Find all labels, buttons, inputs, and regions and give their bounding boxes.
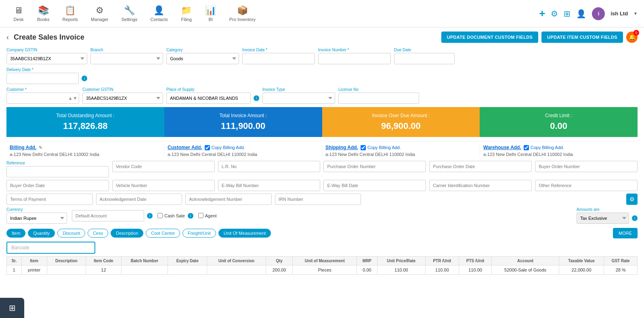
terms-input[interactable]	[6, 194, 93, 205]
invoice-type-select[interactable]	[262, 93, 335, 104]
billing-edit-icon[interactable]: ✎	[39, 145, 42, 150]
place-of-supply-select[interactable]: ANDAMAN & NICOBAR ISLANDS	[166, 93, 251, 104]
overdue-label: Invoice Over Due Amount :	[329, 113, 474, 118]
toggle-cess[interactable]: Cess	[88, 229, 108, 238]
more-button[interactable]: MORE	[613, 228, 638, 238]
due-date-input[interactable]	[394, 53, 455, 64]
category-select[interactable]: Goods	[166, 53, 239, 64]
table-cell[interactable]: 110.00	[377, 265, 426, 275]
invoice-date-input[interactable]: 26/10/2021	[242, 53, 315, 64]
toggle-cost-centre[interactable]: Cost Centre	[146, 229, 180, 238]
table-cell[interactable]: 110.00	[459, 265, 492, 275]
purchase-order-date-input[interactable]	[429, 161, 532, 172]
vendor-code-input[interactable]	[112, 161, 215, 172]
update-item-button[interactable]: UPDATE ITEM CUSTOM FIELDS	[541, 32, 623, 43]
ref-section-1: Reference 10	[6, 161, 638, 177]
license-no-input[interactable]	[338, 93, 419, 104]
table-cell[interactable]	[207, 265, 266, 275]
buyer-order-date-field	[6, 180, 109, 191]
company-gstin-select[interactable]: 35AABCS1429B1ZX	[6, 53, 87, 64]
credit-limit-label: Credit Limit :	[486, 113, 631, 118]
default-account-input[interactable]	[72, 210, 144, 221]
delivery-date-input[interactable]	[6, 73, 79, 84]
toggle-discount[interactable]: Discount	[57, 229, 85, 238]
bottom-grid-icon[interactable]: ⊞	[9, 303, 16, 313]
currency-select[interactable]: Indian Rupee	[6, 213, 67, 224]
purchase-order-input[interactable]	[323, 161, 426, 172]
customer-copy-billing-check[interactable]: Copy Billing Add.	[205, 145, 245, 150]
back-button[interactable]: ‹	[6, 33, 9, 42]
table-cell[interactable]: 110.00	[426, 265, 459, 275]
eway-bill-input[interactable]	[218, 180, 321, 191]
warehouse-add-link[interactable]: Warehouse Add.	[483, 145, 521, 150]
toggle-item[interactable]: Item	[6, 229, 25, 238]
nav-item-contacts[interactable]: 👤 Contacts	[144, 2, 174, 25]
table-cell[interactable]	[121, 265, 168, 275]
table-cell[interactable]	[47, 265, 86, 275]
nav-item-manager[interactable]: ⚙ Manager	[84, 2, 115, 25]
table-cell[interactable]: 1	[7, 265, 22, 275]
buyer-order-date-input[interactable]	[6, 180, 109, 191]
cash-sale-info-icon[interactable]: i	[188, 213, 193, 219]
table-cell[interactable]: 200.00	[266, 265, 292, 275]
table-cell[interactable]: 12	[86, 265, 121, 275]
customer-gstin-select[interactable]: 35AABCS1429B1ZX	[82, 93, 163, 104]
table-cell[interactable]: 0.00	[357, 265, 377, 275]
shipping-add-link[interactable]: Shipping Add.	[325, 145, 358, 150]
delivery-date-info-icon[interactable]: i	[82, 76, 87, 81]
reference-input[interactable]: 10	[6, 166, 109, 177]
nav-item-books[interactable]: 📚 Books	[31, 2, 56, 25]
toggle-unit-of-measurement[interactable]: Unit Of Measurement	[218, 229, 271, 238]
table-cell[interactable]: 22,000.00	[559, 265, 604, 275]
customer-add-link[interactable]: Customer Add.	[168, 145, 202, 150]
irn-input[interactable]	[275, 194, 361, 205]
acknowledgement-number-input[interactable]	[185, 194, 272, 205]
default-account-info-icon[interactable]: i	[147, 213, 153, 219]
warehouse-copy-billing-check[interactable]: Copy Billing Add.	[524, 145, 564, 150]
table-cell[interactable]: printer	[21, 265, 47, 275]
cash-sale-checkbox[interactable]	[157, 213, 163, 218]
shipping-copy-billing-check[interactable]: Copy Billing Add.	[361, 145, 401, 150]
toggle-quantity[interactable]: Quantity	[28, 229, 55, 238]
add-button[interactable]: +	[539, 7, 545, 20]
user-nav-icon[interactable]: 👤	[576, 9, 586, 19]
user-dropdown-arrow[interactable]: ▼	[634, 11, 638, 16]
amounts-are-info-icon[interactable]: i	[632, 215, 638, 221]
billing-add-link[interactable]: Billing Add.	[10, 145, 36, 150]
nav-item-pro-inventory[interactable]: 📦 Pro Inventory	[223, 2, 262, 25]
vehicle-number-input[interactable]	[112, 180, 215, 191]
nav-item-filing[interactable]: 📁 Filing	[174, 2, 199, 25]
nav-item-settings[interactable]: 🔧 Settings	[115, 2, 144, 25]
customer-gstin-label: Customer GSTIN	[82, 87, 163, 92]
items-table-container: Sr. Item Description Item Code Batch Num…	[6, 256, 638, 275]
grid-icon[interactable]: ⊞	[564, 9, 571, 19]
table-cell[interactable]: Pieces	[293, 265, 357, 275]
buyer-order-input[interactable]	[535, 161, 638, 172]
table-cell[interactable]: 52000-Sale of Goods	[492, 265, 559, 275]
notification-button[interactable]: 🔔 0	[626, 32, 638, 43]
barcode-input[interactable]	[6, 242, 95, 254]
update-doc-button[interactable]: UPDATE DOCUMENT CUSTOM FIELDS	[441, 32, 538, 43]
carrier-input[interactable]	[429, 180, 532, 191]
nav-item-reports[interactable]: 📋 Reports	[56, 2, 85, 25]
toggle-freight-unit[interactable]: Freight/Unit	[183, 229, 216, 238]
gear-nav-icon[interactable]: ⚙	[551, 9, 558, 19]
lr-no-input[interactable]	[218, 161, 321, 172]
table-cell[interactable]	[168, 265, 207, 275]
table-cell[interactable]: 28 %	[604, 265, 638, 275]
place-of-supply-info-icon[interactable]: i	[254, 95, 259, 101]
agent-checkbox[interactable]	[198, 213, 203, 218]
branch-select[interactable]	[90, 53, 163, 64]
nav-item-desk[interactable]: 🖥 Desk	[6, 2, 31, 25]
agent-label[interactable]: Agent	[198, 213, 217, 218]
other-ref-input[interactable]	[535, 180, 638, 191]
nav-item-bi[interactable]: 📊 BI	[199, 2, 223, 25]
invoice-number-input[interactable]	[318, 53, 391, 64]
acknowledgement-date-input[interactable]	[96, 194, 183, 205]
customer-address-header: Customer Add. Copy Billing Add.	[168, 145, 319, 150]
settings-float-button[interactable]: ⚙	[626, 194, 638, 205]
toggle-description[interactable]: Description	[111, 229, 143, 238]
eway-bill-date-input[interactable]	[323, 180, 426, 191]
cash-sale-label[interactable]: Cash Sale i	[157, 213, 193, 219]
amounts-are-select[interactable]: Tax Exclusive	[577, 213, 629, 224]
